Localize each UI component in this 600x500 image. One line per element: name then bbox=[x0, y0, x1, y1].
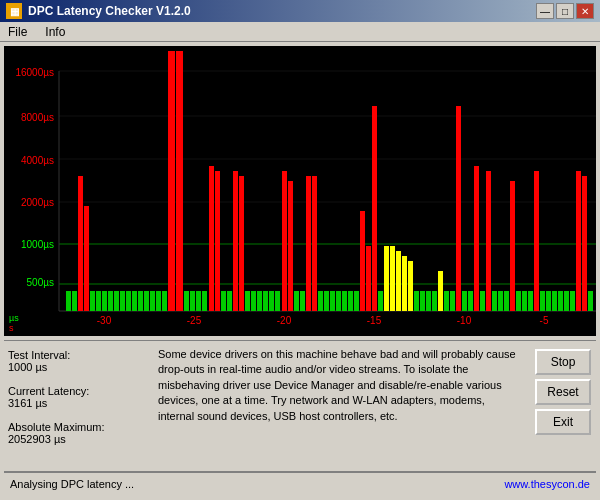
svg-rect-75 bbox=[384, 246, 389, 311]
svg-rect-23 bbox=[66, 291, 71, 311]
svg-rect-36 bbox=[144, 291, 149, 311]
menu-info[interactable]: Info bbox=[41, 24, 69, 40]
svg-rect-109 bbox=[588, 291, 593, 311]
svg-rect-93 bbox=[492, 291, 497, 311]
svg-rect-27 bbox=[90, 291, 95, 311]
reset-button[interactable]: Reset bbox=[535, 379, 591, 405]
title-bar: ▦ DPC Latency Checker V1.2.0 — □ ✕ bbox=[0, 0, 600, 22]
svg-rect-74 bbox=[378, 291, 383, 311]
svg-rect-53 bbox=[251, 291, 256, 311]
svg-rect-33 bbox=[126, 291, 131, 311]
svg-rect-59 bbox=[288, 181, 293, 311]
svg-text:-10: -10 bbox=[457, 315, 472, 326]
test-interval-label: Test Interval: bbox=[8, 349, 140, 361]
svg-rect-38 bbox=[156, 291, 161, 311]
svg-rect-96 bbox=[510, 181, 515, 311]
svg-rect-31 bbox=[114, 291, 119, 311]
svg-rect-39 bbox=[162, 291, 167, 311]
svg-rect-67 bbox=[336, 291, 341, 311]
svg-rect-88 bbox=[462, 291, 467, 311]
svg-rect-97 bbox=[516, 291, 521, 311]
title-controls: — □ ✕ bbox=[536, 3, 594, 19]
svg-rect-46 bbox=[209, 166, 214, 311]
svg-rect-86 bbox=[450, 291, 455, 311]
svg-rect-103 bbox=[552, 291, 557, 311]
svg-rect-68 bbox=[342, 291, 347, 311]
svg-rect-77 bbox=[396, 251, 401, 311]
svg-rect-89 bbox=[468, 291, 473, 311]
svg-rect-45 bbox=[202, 291, 207, 311]
svg-rect-91 bbox=[480, 291, 485, 311]
menu-file[interactable]: File bbox=[4, 24, 31, 40]
svg-rect-57 bbox=[275, 291, 280, 311]
buttons-panel: Stop Reset Exit bbox=[531, 341, 596, 471]
svg-rect-66 bbox=[330, 291, 335, 311]
stats-panel: Test Interval: 1000 µs Current Latency: … bbox=[4, 341, 144, 471]
svg-text:8000µs: 8000µs bbox=[21, 112, 54, 123]
svg-text:-15: -15 bbox=[367, 315, 382, 326]
chart-container: 16000µs 8000µs 4000µs 2000µs 1000µs 500µ… bbox=[4, 46, 596, 336]
status-bar: Analysing DPC latency ... www.thesycon.d… bbox=[4, 472, 596, 494]
svg-rect-49 bbox=[227, 291, 232, 311]
svg-rect-106 bbox=[570, 291, 575, 311]
svg-rect-43 bbox=[190, 291, 195, 311]
svg-rect-85 bbox=[444, 291, 449, 311]
svg-rect-56 bbox=[269, 291, 274, 311]
app-icon: ▦ bbox=[6, 3, 22, 19]
svg-rect-70 bbox=[354, 291, 359, 311]
exit-button[interactable]: Exit bbox=[535, 409, 591, 435]
svg-text:µs: µs bbox=[9, 313, 19, 323]
current-latency-row: Current Latency: 3161 µs bbox=[8, 385, 140, 409]
svg-text:-30: -30 bbox=[97, 315, 112, 326]
svg-rect-78 bbox=[402, 256, 407, 311]
svg-rect-37 bbox=[150, 291, 155, 311]
svg-rect-105 bbox=[564, 291, 569, 311]
svg-rect-30 bbox=[108, 291, 113, 311]
svg-rect-52 bbox=[245, 291, 250, 311]
absolute-max-row: Absolute Maximum: 2052903 µs bbox=[8, 421, 140, 445]
svg-text:-20: -20 bbox=[277, 315, 292, 326]
svg-rect-94 bbox=[498, 291, 503, 311]
svg-rect-83 bbox=[432, 291, 437, 311]
maximize-button[interactable]: □ bbox=[556, 3, 574, 19]
svg-rect-62 bbox=[306, 176, 311, 311]
svg-rect-63 bbox=[312, 176, 317, 311]
svg-rect-40 bbox=[168, 51, 175, 311]
absolute-max-label: Absolute Maximum: bbox=[8, 421, 140, 433]
svg-rect-35 bbox=[138, 291, 143, 311]
svg-rect-79 bbox=[408, 261, 413, 311]
svg-rect-82 bbox=[426, 291, 431, 311]
current-latency-label: Current Latency: bbox=[8, 385, 140, 397]
svg-rect-87 bbox=[456, 106, 461, 311]
svg-rect-101 bbox=[540, 291, 545, 311]
svg-rect-71 bbox=[360, 211, 365, 311]
svg-rect-24 bbox=[72, 291, 77, 311]
svg-rect-80 bbox=[414, 291, 419, 311]
svg-rect-76 bbox=[390, 246, 395, 311]
stop-button[interactable]: Stop bbox=[535, 349, 591, 375]
svg-rect-51 bbox=[239, 176, 244, 311]
svg-rect-73 bbox=[372, 106, 377, 311]
svg-rect-54 bbox=[257, 291, 262, 311]
svg-rect-92 bbox=[486, 171, 491, 311]
status-text: Analysing DPC latency ... bbox=[10, 478, 134, 490]
website-link[interactable]: www.thesycon.de bbox=[504, 478, 590, 490]
current-latency-value: 3161 µs bbox=[8, 397, 140, 409]
svg-rect-69 bbox=[348, 291, 353, 311]
minimize-button[interactable]: — bbox=[536, 3, 554, 19]
test-interval-row: Test Interval: 1000 µs bbox=[8, 349, 140, 373]
svg-rect-84 bbox=[438, 271, 443, 311]
svg-rect-100 bbox=[534, 171, 539, 311]
svg-rect-32 bbox=[120, 291, 125, 311]
svg-rect-58 bbox=[282, 171, 287, 311]
svg-text:4000µs: 4000µs bbox=[21, 155, 54, 166]
svg-rect-108 bbox=[582, 176, 587, 311]
svg-rect-104 bbox=[558, 291, 563, 311]
svg-text:-5: -5 bbox=[540, 315, 549, 326]
close-button[interactable]: ✕ bbox=[576, 3, 594, 19]
svg-rect-107 bbox=[576, 171, 581, 311]
svg-rect-99 bbox=[528, 291, 533, 311]
svg-rect-102 bbox=[546, 291, 551, 311]
svg-text:s: s bbox=[9, 323, 14, 333]
svg-rect-47 bbox=[215, 171, 220, 311]
